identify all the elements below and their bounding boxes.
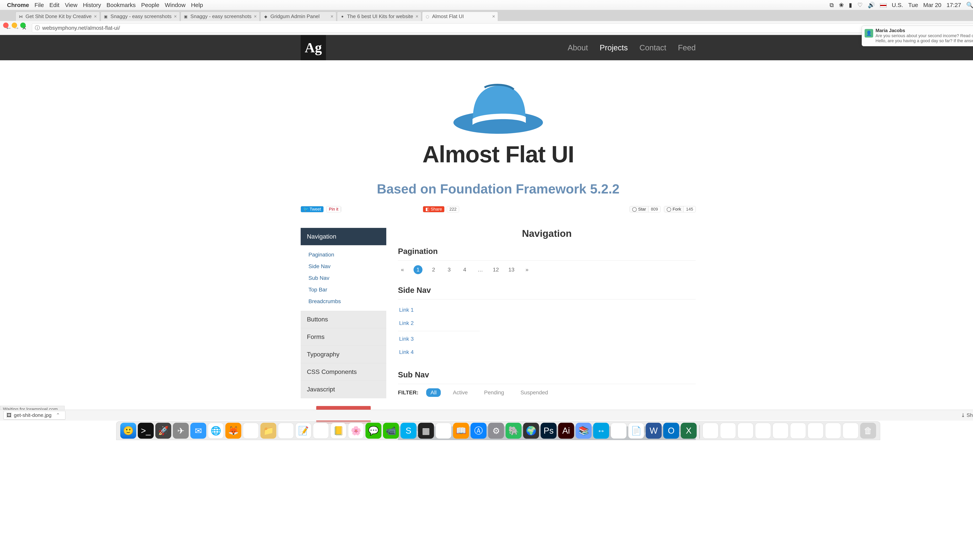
battery-icon[interactable]: ▮ [849, 2, 852, 8]
subnav-active[interactable]: Active [448, 388, 472, 397]
menu-bookmarks[interactable]: Bookmarks [107, 2, 135, 8]
subnav-pending[interactable]: Pending [480, 388, 508, 397]
sidenav-link-4[interactable]: Link 4 [398, 345, 480, 359]
dock-skype[interactable]: S [401, 423, 416, 439]
dock-minimized-window[interactable]: ▭ [702, 423, 719, 439]
dock-minimized-window[interactable]: ▭ [755, 423, 771, 439]
dock-messages[interactable]: 💬 [366, 423, 381, 439]
dock-minimized-window[interactable]: ▭ [825, 423, 841, 439]
dock-minimized-window[interactable]: ▭ [843, 423, 859, 439]
dock-files[interactable]: 📁 [260, 423, 276, 439]
page-next[interactable]: » [523, 265, 532, 274]
nav-feed[interactable]: Feed [678, 43, 696, 52]
dock-reminders[interactable]: ☑ [313, 423, 329, 439]
chevron-down-icon[interactable]: ⌃ [56, 412, 60, 418]
sidebar-item-topbar[interactable]: Top Bar [301, 284, 386, 295]
sidenav-link-3[interactable]: Link 3 [398, 332, 480, 345]
sidebar-cat-navigation[interactable]: Navigation [301, 228, 386, 245]
sidebar-item-sidenav[interactable]: Side Nav [301, 260, 386, 272]
page-1[interactable]: 1 [413, 265, 423, 274]
dock-minimized-window[interactable]: ▭ [790, 423, 806, 439]
dock-facetime[interactable]: 📹 [383, 423, 399, 439]
share-button[interactable]: ◧Share [423, 206, 445, 212]
sidebar-item-breadcrumbs[interactable]: Breadcrumbs [301, 295, 386, 307]
window-close-button[interactable] [3, 23, 8, 28]
dock-contacts[interactable]: 📒 [331, 423, 346, 439]
dock-teamviewer[interactable]: ↔ [593, 423, 609, 439]
page-12[interactable]: 12 [492, 265, 500, 274]
window-zoom-button[interactable] [20, 23, 26, 28]
sync-icon[interactable]: ❀ [839, 2, 844, 8]
menu-people[interactable]: People [141, 2, 159, 8]
dock-finder[interactable]: 🙂 [120, 423, 136, 439]
sidebar-cat-typography[interactable]: Typography [301, 346, 386, 363]
sidebar-cat-css[interactable]: CSS Components [301, 363, 386, 381]
tweet-button[interactable]: 🐦Tweet [301, 206, 324, 212]
downloads-show-all[interactable]: ⤓ Show All [961, 412, 973, 418]
browser-tab[interactable]: ⋈Get Shit Done Kit by Creative× [15, 12, 100, 21]
dock-excel[interactable]: X [681, 423, 697, 439]
menu-window[interactable]: Window [165, 2, 186, 8]
download-chip[interactable]: 🖼 get-shit-done.jpg ⌃ [3, 411, 65, 420]
page-3[interactable]: 3 [445, 265, 454, 274]
menu-history[interactable]: History [83, 2, 101, 8]
menu-help[interactable]: Help [191, 2, 203, 8]
dock-word[interactable]: W [646, 423, 662, 439]
dock-illustrator[interactable]: Ai [558, 423, 574, 439]
sidenav-link-1[interactable]: Link 1 [398, 303, 480, 317]
pinit-button[interactable]: Pin it [326, 206, 341, 212]
dock-photoshop[interactable]: Ps [541, 423, 557, 439]
menu-view[interactable]: View [65, 2, 77, 8]
dock-calendar[interactable]: 20 [278, 423, 294, 439]
github-fork-button[interactable]: ◯Fork145 [664, 206, 696, 212]
sidenav-link-2[interactable]: Link 2 [398, 317, 480, 330]
tab-close-icon[interactable]: × [174, 13, 177, 20]
dock-minimized-window[interactable]: ▭ [720, 423, 736, 439]
sidebar-item-subnav[interactable]: Sub Nav [301, 272, 386, 284]
subnav-all[interactable]: All [426, 388, 441, 397]
address-bar[interactable]: ⓘ websymphony.net/almost-flat-ui/ [32, 23, 973, 33]
browser-tab[interactable]: ●The 6 best UI Kits for website× [337, 12, 421, 21]
screencast-icon[interactable]: ⧉ [829, 2, 834, 8]
dock-browser2[interactable]: 🌍 [523, 423, 539, 439]
menu-file[interactable]: File [34, 2, 44, 8]
dock-chrome[interactable]: 🌐 [208, 423, 224, 439]
browser-tab-active[interactable]: ◌Almost Flat UI× [422, 12, 498, 21]
nav-about[interactable]: About [568, 43, 588, 52]
page-4[interactable]: 4 [460, 265, 469, 274]
tab-close-icon[interactable]: × [94, 13, 97, 20]
dock-firefox[interactable]: 🦊 [225, 423, 241, 439]
dock-dictionary[interactable]: 📚 [576, 423, 592, 439]
dock-outlook[interactable]: O [663, 423, 679, 439]
tab-close-icon[interactable]: × [331, 13, 333, 20]
messenger-notification[interactable]: 👤 Maria Jacobs Are you serious about you… [862, 26, 973, 46]
site-info-icon[interactable]: ⓘ [35, 25, 40, 31]
dock-trash[interactable]: 🗑 [860, 423, 876, 439]
dock-itunes[interactable]: ♫ [436, 423, 451, 439]
dock-ibooks[interactable]: 📖 [453, 423, 469, 439]
sidebar-cat-js[interactable]: Javascript [301, 381, 386, 398]
subnav-suspended[interactable]: Suspended [516, 388, 552, 397]
active-app-name[interactable]: Chrome [7, 2, 29, 8]
site-logo[interactable]: Ag [301, 35, 326, 60]
tab-close-icon[interactable]: × [492, 13, 495, 20]
tab-close-icon[interactable]: × [254, 13, 257, 20]
page-prev[interactable]: « [398, 265, 407, 274]
browser-tab[interactable]: ▣Snaggy - easy screenshots× [100, 12, 180, 21]
volume-icon[interactable]: 🔊 [868, 2, 875, 8]
page-13[interactable]: 13 [507, 265, 516, 274]
dock-phpstorm[interactable]: ▦ [418, 423, 434, 439]
dock-mission-control[interactable]: ✈ [173, 423, 189, 439]
dock-minimized-window[interactable]: ▭ [807, 423, 824, 439]
dock-evernote[interactable]: 🐘 [506, 423, 522, 439]
github-star-button[interactable]: ◯Star809 [630, 206, 660, 212]
dock-textedit[interactable]: 📄 [628, 423, 644, 439]
dock-launchpad[interactable]: 🚀 [155, 423, 171, 439]
dock-minimized-window[interactable]: ▭ [772, 423, 789, 439]
page-2[interactable]: 2 [429, 265, 438, 274]
dock-preferences[interactable]: ⚙ [488, 423, 504, 439]
input-flag-icon[interactable] [880, 3, 887, 8]
nav-contact[interactable]: Contact [639, 43, 666, 52]
spotlight-icon[interactable]: 🔍 [966, 2, 973, 8]
dock-minimized-window[interactable]: ▭ [737, 423, 754, 439]
